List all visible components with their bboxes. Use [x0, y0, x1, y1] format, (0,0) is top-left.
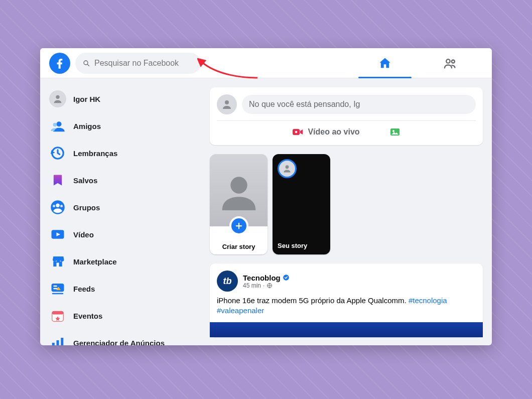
svg-point-28	[286, 165, 289, 169]
svg-point-22	[225, 100, 229, 104]
post-image[interactable]	[210, 322, 483, 337]
groups-icon	[49, 199, 66, 216]
calendar-icon	[49, 307, 66, 324]
post-body: iPhone 16e traz modem 5G próprio da Appl…	[217, 296, 476, 316]
story-avatar-icon	[278, 159, 297, 178]
sidebar-item-events[interactable]: Eventos	[44, 302, 197, 329]
live-video-icon	[292, 126, 304, 138]
sidebar-label: Amigos	[73, 122, 101, 130]
sidebar-label: Vídeo	[73, 230, 94, 239]
plus-icon	[229, 216, 248, 235]
top-header	[40, 48, 492, 78]
svg-point-24	[295, 131, 298, 134]
sidebar-label: Grupos	[73, 203, 100, 212]
left-sidebar: Igor HK Amigos Lembranças Salvos	[40, 78, 201, 345]
sidebar-label: Salvos	[73, 176, 97, 185]
sidebar-label: Feeds	[73, 285, 95, 293]
sidebar-item-groups[interactable]: Grupos	[44, 194, 197, 221]
sidebar-item-memories[interactable]: Lembranças	[44, 140, 197, 167]
svg-point-26	[392, 130, 394, 132]
friends-icon	[443, 56, 457, 70]
story-caption: Seu story	[278, 242, 307, 249]
sidebar-label: Gerenciador de Anúncios	[73, 339, 165, 346]
svg-point-9	[56, 204, 60, 208]
svg-rect-19	[52, 343, 55, 345]
live-video-label: Vídeo ao vivo	[308, 127, 359, 137]
clock-icon	[49, 145, 66, 162]
svg-rect-14	[52, 284, 64, 292]
sidebar-item-friends[interactable]: Amigos	[44, 112, 197, 140]
sidebar-item-video[interactable]: Vídeo	[44, 221, 197, 248]
search-input[interactable]	[94, 59, 194, 68]
main-column: No que você está pensando, Ig Vídeo ao v…	[201, 78, 492, 345]
nav-friends[interactable]	[418, 48, 483, 78]
sidebar-label: Eventos	[73, 312, 102, 320]
center-nav	[352, 48, 483, 78]
bars-icon	[49, 334, 66, 345]
svg-point-27	[230, 177, 247, 193]
search-icon	[82, 59, 90, 67]
facebook-window: Igor HK Amigos Lembranças Salvos	[40, 48, 492, 345]
store-icon	[49, 253, 66, 270]
svg-point-11	[60, 205, 63, 207]
sidebar-label: Marketplace	[73, 257, 117, 266]
sidebar-item-ads-manager[interactable]: Gerenciador de Anúncios	[44, 329, 197, 345]
stories-row: Criar story Seu story	[210, 154, 483, 254]
facebook-logo-icon[interactable]	[49, 53, 70, 74]
svg-point-5	[57, 121, 62, 126]
create-story-card[interactable]: Criar story	[210, 154, 268, 254]
feeds-icon	[49, 280, 66, 297]
home-icon	[378, 56, 392, 70]
nav-home[interactable]	[352, 48, 418, 78]
video-icon	[49, 226, 66, 243]
post-composer: No que você está pensando, Ig Vídeo ao v…	[210, 87, 483, 145]
bookmark-icon	[49, 172, 66, 189]
photo-icon	[389, 126, 401, 138]
svg-rect-18	[52, 311, 64, 314]
svg-point-2	[446, 59, 450, 63]
svg-point-3	[452, 60, 455, 63]
avatar-icon[interactable]	[217, 94, 237, 114]
svg-line-1	[87, 64, 89, 66]
friends-icon	[49, 117, 66, 135]
search-input-container[interactable]	[75, 53, 201, 74]
svg-point-6	[53, 123, 57, 127]
sidebar-item-saved[interactable]: Salvos	[44, 167, 197, 194]
svg-rect-15	[53, 286, 57, 287]
live-video-button[interactable]: Vídeo ao vivo	[292, 126, 359, 138]
photo-video-button[interactable]	[389, 126, 401, 138]
page-name[interactable]: Tecnoblog	[243, 274, 281, 282]
svg-point-4	[56, 95, 59, 99]
sidebar-label: Igor HK	[73, 95, 100, 103]
sidebar-item-marketplace[interactable]: Marketplace	[44, 248, 197, 275]
avatar-placeholder-icon	[219, 170, 259, 210]
svg-rect-21	[61, 338, 63, 345]
story-card[interactable]: Seu story	[273, 154, 330, 254]
feed-post: tb Tecnoblog 45 min ·	[210, 263, 483, 337]
svg-point-10	[53, 205, 55, 207]
post-time: 45 min	[243, 282, 261, 289]
sidebar-label: Lembranças	[73, 149, 117, 158]
page-avatar-icon[interactable]: tb	[217, 271, 238, 292]
avatar-icon	[49, 90, 66, 107]
sidebar-item-profile[interactable]: Igor HK	[44, 85, 197, 112]
sidebar-item-feeds[interactable]: Feeds	[44, 275, 197, 302]
compose-input[interactable]: No que você está pensando, Ig	[242, 95, 476, 114]
svg-rect-13	[57, 263, 59, 267]
public-icon	[267, 283, 273, 289]
svg-rect-20	[57, 340, 59, 345]
verified-badge-icon	[283, 274, 290, 281]
